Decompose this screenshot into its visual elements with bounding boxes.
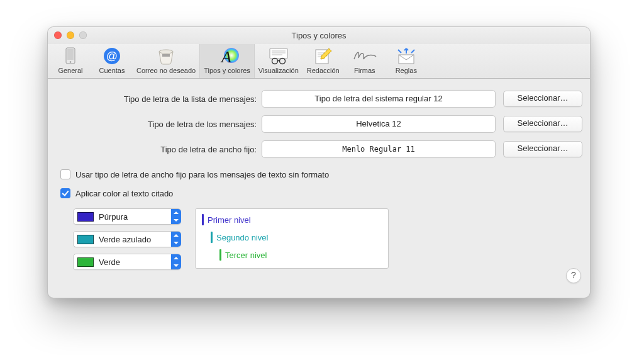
phone-icon xyxy=(58,47,83,65)
color-quoted-row: Aplicar color al texto citado xyxy=(60,188,582,198)
help-button[interactable]: ? xyxy=(566,268,581,283)
quote-level3-select[interactable]: Verde xyxy=(73,254,181,270)
font-row-message: Tipo de letra de los mensajes: Helvetica… xyxy=(55,115,582,133)
help-icon: ? xyxy=(571,270,576,280)
toolbar-item-label: Reglas xyxy=(396,67,417,74)
popup-label: Verde azulado xyxy=(99,235,171,244)
popup-label: Púrpura xyxy=(99,212,171,222)
fixed-width-plaintext-checkbox[interactable] xyxy=(60,169,70,179)
chevron-updown-icon xyxy=(171,209,181,224)
font-display-fixed-width: Menlo Regular 11 xyxy=(262,140,496,158)
toolbar-item-label: Cuentas xyxy=(99,67,125,74)
select-font-button[interactable]: Seleccionar… xyxy=(503,91,582,107)
toolbar-item-general[interactable]: General xyxy=(50,44,91,78)
quote-color-selects: Púrpura Verde azulado Verde xyxy=(73,208,181,270)
trash-icon xyxy=(153,47,179,65)
toolbar-item-label: Correo no deseado xyxy=(136,67,196,74)
quote-preview-line: Segundo nivel xyxy=(211,230,382,244)
select-font-button[interactable]: Seleccionar… xyxy=(503,116,582,132)
zoom-icon[interactable] xyxy=(79,31,87,39)
svg-point-5 xyxy=(159,50,173,54)
fonts-colors-icon: A xyxy=(214,47,240,65)
toolbar-item-label: Firmas xyxy=(354,67,375,74)
glasses-icon xyxy=(266,47,291,65)
font-row-message-list: Tipo de letra de la lista de mensajes: T… xyxy=(55,90,582,108)
select-font-button[interactable]: Seleccionar… xyxy=(503,141,582,157)
swatch-icon xyxy=(77,212,94,222)
quote-area: Púrpura Verde azulado Verde xyxy=(73,208,582,270)
font-row-label: Tipo de letra de los mensajes: xyxy=(55,120,262,129)
toolbar: General @ Cuentas Correo no deseado xyxy=(48,44,590,79)
swatch-icon xyxy=(77,235,94,244)
color-quoted-checkbox[interactable] xyxy=(60,188,70,198)
close-icon[interactable] xyxy=(54,31,62,39)
swatch-icon xyxy=(77,257,94,267)
toolbar-item-accounts[interactable]: @ Cuentas xyxy=(91,44,133,78)
svg-text:A: A xyxy=(220,48,231,65)
toolbar-item-label: Redacción xyxy=(307,67,340,74)
at-icon: @ xyxy=(99,47,125,65)
minimize-icon[interactable] xyxy=(67,31,74,39)
toolbar-item-composing[interactable]: Redacción xyxy=(303,44,344,78)
svg-point-15 xyxy=(279,59,285,64)
window-title: Tipos y colores xyxy=(292,31,347,40)
quote-preview-line: Primer nivel xyxy=(202,213,382,227)
quote-bar-icon xyxy=(202,214,204,225)
titlebar: Tipos y colores xyxy=(48,27,590,44)
font-display-message: Helvetica 12 xyxy=(262,115,496,133)
traffic-lights xyxy=(54,31,87,39)
quote-preview-text: Tercer nivel xyxy=(225,251,267,260)
fixed-width-plaintext-row: Usar tipo de letra de ancho fijo para lo… xyxy=(60,169,582,179)
chevron-updown-icon xyxy=(171,254,181,269)
font-row-label: Tipo de letra de la lista de mensajes: xyxy=(55,94,262,104)
color-quoted-label: Aplicar color al texto citado xyxy=(75,189,173,198)
toolbar-item-label: Visualización xyxy=(258,67,299,74)
toolbar-item-label: Tipos y colores xyxy=(204,67,250,74)
svg-point-14 xyxy=(272,59,277,64)
quote-bar-icon xyxy=(211,232,213,243)
content-pane: Tipo de letra de la lista de mensajes: T… xyxy=(48,79,590,292)
preferences-window: Tipos y colores General @ Cuentas Correo… xyxy=(47,26,591,298)
quote-preview-text: Primer nivel xyxy=(208,215,251,225)
toolbar-item-signatures[interactable]: Firmas xyxy=(344,44,386,78)
signature-icon xyxy=(352,47,377,65)
rules-icon xyxy=(394,47,419,65)
quote-bar-icon xyxy=(219,249,221,261)
toolbar-item-rules[interactable]: Reglas xyxy=(386,44,427,78)
svg-point-2 xyxy=(70,61,72,63)
fixed-width-plaintext-label: Usar tipo de letra de ancho fijo para lo… xyxy=(75,170,329,179)
quote-level1-select[interactable]: Púrpura xyxy=(73,208,181,225)
toolbar-item-label: General xyxy=(58,67,82,74)
compose-icon xyxy=(311,47,336,65)
popup-label: Verde xyxy=(99,257,171,267)
quote-preview: Primer nivel Segundo nivel Tercer nivel xyxy=(195,208,389,269)
font-display-message-list: Tipo de letra del sistema regular 12 xyxy=(262,90,496,108)
quote-preview-text: Segundo nivel xyxy=(216,233,268,242)
font-row-label: Tipo de letra de ancho fijo: xyxy=(55,145,262,154)
quote-preview-line: Tercer nivel xyxy=(219,248,382,262)
toolbar-item-fonts-colors[interactable]: A Tipos y colores xyxy=(199,44,255,78)
toolbar-item-junk[interactable]: Correo no deseado xyxy=(133,44,199,78)
font-row-fixed-width: Tipo de letra de ancho fijo: Menlo Regul… xyxy=(55,140,582,158)
svg-rect-1 xyxy=(67,49,74,60)
svg-rect-10 xyxy=(270,48,287,59)
quote-level2-select[interactable]: Verde azulado xyxy=(73,231,181,247)
chevron-updown-icon xyxy=(171,232,181,247)
toolbar-item-viewing[interactable]: Visualización xyxy=(255,44,303,78)
svg-text:@: @ xyxy=(106,50,118,62)
